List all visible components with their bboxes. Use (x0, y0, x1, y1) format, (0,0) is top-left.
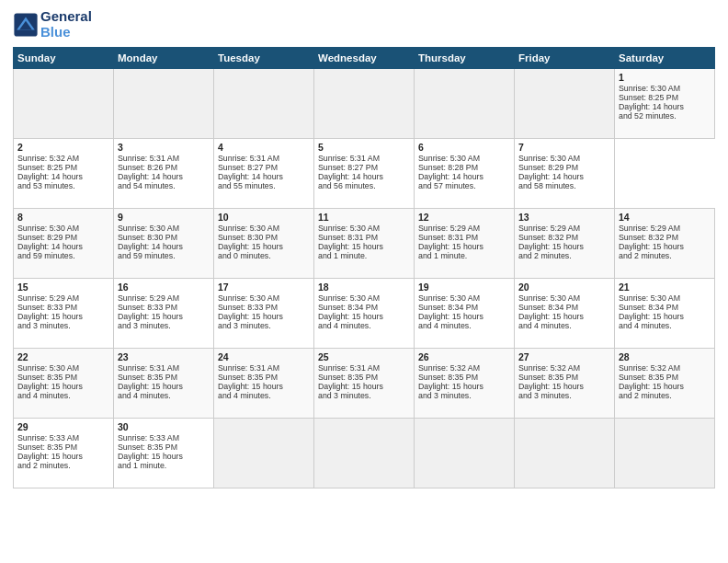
day-number: 6 (418, 142, 510, 153)
calendar-cell-11: 11Sunrise: 5:30 AMSunset: 8:31 PMDayligh… (314, 209, 415, 279)
calendar-cell-28: 28Sunrise: 5:32 AMSunset: 8:35 PMDayligh… (615, 349, 715, 419)
calendar-cell-17: 17Sunrise: 5:30 AMSunset: 8:33 PMDayligh… (214, 279, 314, 349)
calendar-cell-9: 9Sunrise: 5:30 AMSunset: 8:30 PMDaylight… (114, 209, 214, 279)
calendar-cell-15: 15Sunrise: 5:29 AMSunset: 8:33 PMDayligh… (14, 279, 114, 349)
day-number: 26 (418, 351, 510, 362)
day-number: 28 (619, 351, 711, 362)
calendar-cell-6: 6Sunrise: 5:30 AMSunset: 8:28 PMDaylight… (415, 139, 515, 209)
logo-text-line2: Blue (40, 25, 92, 40)
calendar-cell-30: 30Sunrise: 5:33 AMSunset: 8:35 PMDayligh… (114, 419, 214, 488)
calendar-cell-3: 3Sunrise: 5:31 AMSunset: 8:26 PMDaylight… (114, 139, 214, 209)
calendar-cell-4: 4Sunrise: 5:31 AMSunset: 8:27 PMDaylight… (214, 139, 314, 209)
weekday-header-thursday: Thursday (415, 48, 515, 69)
calendar-cell-16: 16Sunrise: 5:29 AMSunset: 8:33 PMDayligh… (114, 279, 214, 349)
calendar-cell-5: 5Sunrise: 5:31 AMSunset: 8:27 PMDaylight… (314, 139, 415, 209)
day-number: 16 (118, 282, 210, 293)
day-number: 1 (619, 72, 711, 83)
calendar-cell-2: 2Sunrise: 5:32 AMSunset: 8:25 PMDaylight… (14, 139, 114, 209)
calendar-cell-empty (114, 69, 214, 139)
weekday-header-row: SundayMondayTuesdayWednesdayThursdayFrid… (14, 48, 715, 69)
calendar-cell-29: 29Sunrise: 5:33 AMSunset: 8:35 PMDayligh… (14, 419, 114, 488)
calendar-cell-empty (415, 419, 515, 488)
calendar-week-row: 15Sunrise: 5:29 AMSunset: 8:33 PMDayligh… (14, 279, 715, 349)
calendar-week-row: 29Sunrise: 5:33 AMSunset: 8:35 PMDayligh… (14, 419, 715, 488)
calendar-cell-13: 13Sunrise: 5:29 AMSunset: 8:32 PMDayligh… (515, 209, 615, 279)
day-number: 12 (418, 212, 510, 223)
day-number: 30 (118, 421, 210, 432)
calendar-cell-8: 8Sunrise: 5:30 AMSunset: 8:29 PMDaylight… (14, 209, 114, 279)
calendar-cell-26: 26Sunrise: 5:32 AMSunset: 8:35 PMDayligh… (415, 349, 515, 419)
day-number: 29 (17, 421, 109, 432)
day-number: 5 (318, 142, 410, 153)
calendar-week-row: 22Sunrise: 5:30 AMSunset: 8:35 PMDayligh… (14, 349, 715, 419)
day-number: 21 (619, 282, 711, 293)
calendar-cell-18: 18Sunrise: 5:30 AMSunset: 8:34 PMDayligh… (314, 279, 415, 349)
calendar-cell-empty (314, 69, 415, 139)
calendar-cell-empty (314, 419, 415, 488)
calendar-week-row: 2Sunrise: 5:32 AMSunset: 8:25 PMDaylight… (14, 139, 715, 209)
day-number: 10 (218, 212, 310, 223)
calendar-cell-12: 12Sunrise: 5:29 AMSunset: 8:31 PMDayligh… (415, 209, 515, 279)
day-number: 9 (118, 212, 210, 223)
logo-icon (13, 12, 39, 38)
day-number: 14 (619, 212, 711, 223)
calendar-cell-19: 19Sunrise: 5:30 AMSunset: 8:34 PMDayligh… (415, 279, 515, 349)
calendar-week-row: 8Sunrise: 5:30 AMSunset: 8:29 PMDaylight… (14, 209, 715, 279)
day-number: 15 (17, 282, 109, 293)
calendar-cell-22: 22Sunrise: 5:30 AMSunset: 8:35 PMDayligh… (14, 349, 114, 419)
logo-text-line1: General (40, 9, 92, 25)
calendar-cell-21: 21Sunrise: 5:30 AMSunset: 8:34 PMDayligh… (615, 279, 715, 349)
day-number: 13 (518, 212, 610, 223)
calendar-cell-empty (214, 419, 314, 488)
weekday-header-sunday: Sunday (14, 48, 114, 69)
calendar-cell-27: 27Sunrise: 5:32 AMSunset: 8:35 PMDayligh… (515, 349, 615, 419)
calendar-table: SundayMondayTuesdayWednesdayThursdayFrid… (13, 47, 715, 488)
day-number: 24 (218, 351, 310, 362)
calendar-cell-empty (515, 69, 615, 139)
calendar-page: General Blue SundayMondayTuesdayWednesda… (0, 0, 728, 563)
calendar-cell-empty (515, 419, 615, 488)
calendar-cell-7: 7Sunrise: 5:30 AMSunset: 8:29 PMDaylight… (515, 139, 615, 209)
day-number: 8 (17, 212, 109, 223)
calendar-cell-20: 20Sunrise: 5:30 AMSunset: 8:34 PMDayligh… (515, 279, 615, 349)
calendar-cell-1: 1Sunrise: 5:30 AMSunset: 8:25 PMDaylight… (615, 69, 715, 139)
day-number: 19 (418, 282, 510, 293)
weekday-header-tuesday: Tuesday (214, 48, 314, 69)
weekday-header-wednesday: Wednesday (314, 48, 415, 69)
day-number: 27 (518, 351, 610, 362)
calendar-cell-empty (14, 69, 114, 139)
day-number: 3 (118, 142, 210, 153)
day-number: 4 (218, 142, 310, 153)
calendar-cell-empty (615, 419, 715, 488)
calendar-cell-25: 25Sunrise: 5:31 AMSunset: 8:35 PMDayligh… (314, 349, 415, 419)
day-number: 23 (118, 351, 210, 362)
calendar-cell-empty (214, 69, 314, 139)
day-number: 11 (318, 212, 410, 223)
day-number: 20 (518, 282, 610, 293)
calendar-cell-14: 14Sunrise: 5:29 AMSunset: 8:32 PMDayligh… (615, 209, 715, 279)
day-number: 7 (518, 142, 610, 153)
day-number: 17 (218, 282, 310, 293)
calendar-cell-24: 24Sunrise: 5:31 AMSunset: 8:35 PMDayligh… (214, 349, 314, 419)
calendar-cell-10: 10Sunrise: 5:30 AMSunset: 8:30 PMDayligh… (214, 209, 314, 279)
day-number: 18 (318, 282, 410, 293)
day-number: 2 (17, 142, 109, 153)
header: General Blue (13, 9, 715, 40)
day-number: 25 (318, 351, 410, 362)
weekday-header-monday: Monday (114, 48, 214, 69)
calendar-cell-23: 23Sunrise: 5:31 AMSunset: 8:35 PMDayligh… (114, 349, 214, 419)
weekday-header-saturday: Saturday (615, 48, 715, 69)
calendar-cell-empty (415, 69, 515, 139)
logo: General Blue (13, 9, 92, 40)
day-number: 22 (17, 351, 109, 362)
weekday-header-friday: Friday (515, 48, 615, 69)
calendar-week-row: 1Sunrise: 5:30 AMSunset: 8:25 PMDaylight… (14, 69, 715, 139)
